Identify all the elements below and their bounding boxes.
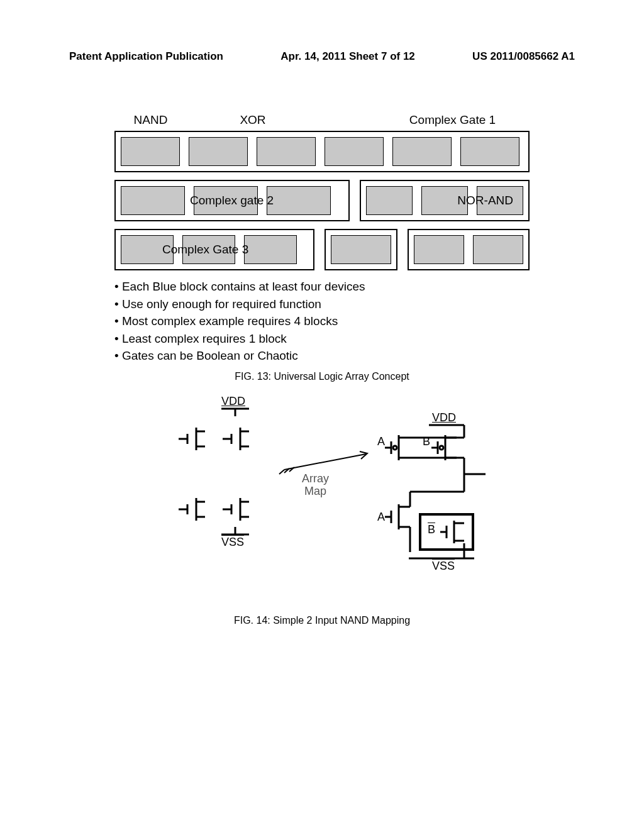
device-block: [477, 186, 523, 215]
bullet-item: Gates can be Boolean or Chaotic: [114, 347, 530, 365]
fig14-caption: FIG. 14: Simple 2 Input NAND Mapping: [69, 615, 575, 626]
device-block: [331, 235, 391, 264]
label-nand: NAND: [114, 113, 187, 127]
fig13-row2-left: Complex gate 2: [114, 180, 350, 221]
fig13-row3-right: [408, 229, 530, 270]
fig14-schematic: [114, 397, 530, 586]
device-block: [121, 186, 185, 215]
svg-line-25: [279, 470, 284, 474]
figure-13: NAND XOR Complex Gate 1 Complex gate 2: [114, 113, 530, 270]
page: Patent Application Publication Apr. 14, …: [0, 0, 644, 830]
label-complex-gate-1: Complex Gate 1: [375, 113, 530, 127]
fig13-row-1: [114, 131, 530, 172]
fig13-row2-right: NOR-AND: [360, 180, 530, 221]
device-block: [325, 137, 384, 166]
device-block: [392, 137, 452, 166]
fig13-row-3: Complex Gate 3: [114, 229, 530, 270]
figure-14: VDD VSS VDD VSS ArrayMap A B A B: [114, 397, 530, 592]
device-block: [189, 137, 248, 166]
device-block: [121, 137, 180, 166]
page-header: Patent Application Publication Apr. 14, …: [69, 50, 575, 63]
svg-point-35: [393, 446, 397, 450]
device-block: [267, 186, 331, 215]
bullet-item: Most complex example requires 4 blocks: [114, 313, 530, 330]
device-block: [460, 137, 519, 166]
header-mid: Apr. 14, 2011 Sheet 7 of 12: [280, 50, 415, 63]
fig13-top-labels: NAND XOR Complex Gate 1: [114, 113, 530, 127]
fig13-row3-left: Complex Gate 3: [114, 229, 314, 270]
label-xor: XOR: [187, 113, 319, 127]
bullet-item: Use only enough for required function: [114, 296, 530, 313]
header-left: Patent Application Publication: [69, 50, 223, 63]
svg-line-24: [284, 454, 366, 470]
device-block: [257, 137, 316, 166]
header-right: US 2011/0085662 A1: [472, 50, 575, 63]
device-block: [414, 235, 464, 264]
fig13-bullets: Each Blue block contains at least four d…: [114, 278, 530, 365]
device-block: [244, 235, 297, 264]
device-block: [194, 186, 258, 215]
device-block: [473, 235, 523, 264]
device-block: [182, 235, 235, 264]
svg-point-41: [440, 446, 443, 450]
device-block: [121, 235, 174, 264]
fig13-row-2: Complex gate 2 NOR-AND: [114, 180, 530, 221]
device-block: [421, 186, 468, 215]
fig13-caption: FIG. 13: Universal Logic Array Concept: [69, 371, 575, 382]
bullet-item: Least complex requires 1 block: [114, 330, 530, 348]
bullet-item: Each Blue block contains at least four d…: [114, 278, 530, 296]
device-block: [366, 186, 413, 215]
fig13-row3-mid: [325, 229, 397, 270]
